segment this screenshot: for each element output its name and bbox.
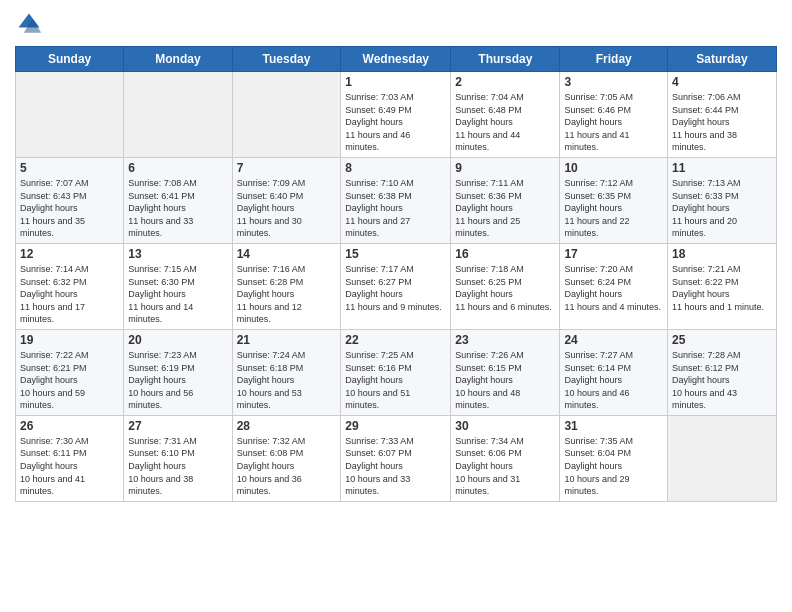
day-number: 13	[128, 247, 227, 261]
day-info: Sunrise: 7:31 AM Sunset: 6:10 PM Dayligh…	[128, 435, 227, 498]
calendar-cell: 29 Sunrise: 7:33 AM Sunset: 6:07 PM Dayl…	[341, 415, 451, 501]
day-number: 11	[672, 161, 772, 175]
calendar-cell: 1 Sunrise: 7:03 AM Sunset: 6:49 PM Dayli…	[341, 72, 451, 158]
day-number: 2	[455, 75, 555, 89]
calendar-cell: 31 Sunrise: 7:35 AM Sunset: 6:04 PM Dayl…	[560, 415, 668, 501]
day-info: Sunrise: 7:14 AM Sunset: 6:32 PM Dayligh…	[20, 263, 119, 326]
weekday-header: Thursday	[451, 47, 560, 72]
day-number: 14	[237, 247, 337, 261]
weekday-header: Saturday	[668, 47, 777, 72]
calendar-cell: 13 Sunrise: 7:15 AM Sunset: 6:30 PM Dayl…	[124, 243, 232, 329]
calendar-cell: 5 Sunrise: 7:07 AM Sunset: 6:43 PM Dayli…	[16, 157, 124, 243]
calendar-week-row: 1 Sunrise: 7:03 AM Sunset: 6:49 PM Dayli…	[16, 72, 777, 158]
day-number: 25	[672, 333, 772, 347]
day-info: Sunrise: 7:07 AM Sunset: 6:43 PM Dayligh…	[20, 177, 119, 240]
day-number: 12	[20, 247, 119, 261]
day-number: 6	[128, 161, 227, 175]
day-info: Sunrise: 7:08 AM Sunset: 6:41 PM Dayligh…	[128, 177, 227, 240]
day-info: Sunrise: 7:30 AM Sunset: 6:11 PM Dayligh…	[20, 435, 119, 498]
day-number: 5	[20, 161, 119, 175]
day-info: Sunrise: 7:15 AM Sunset: 6:30 PM Dayligh…	[128, 263, 227, 326]
calendar-cell: 8 Sunrise: 7:10 AM Sunset: 6:38 PM Dayli…	[341, 157, 451, 243]
day-number: 19	[20, 333, 119, 347]
weekday-header-row: SundayMondayTuesdayWednesdayThursdayFrid…	[16, 47, 777, 72]
day-info: Sunrise: 7:16 AM Sunset: 6:28 PM Dayligh…	[237, 263, 337, 326]
day-number: 10	[564, 161, 663, 175]
day-info: Sunrise: 7:27 AM Sunset: 6:14 PM Dayligh…	[564, 349, 663, 412]
calendar-cell: 22 Sunrise: 7:25 AM Sunset: 6:16 PM Dayl…	[341, 329, 451, 415]
day-number: 16	[455, 247, 555, 261]
day-info: Sunrise: 7:12 AM Sunset: 6:35 PM Dayligh…	[564, 177, 663, 240]
calendar-cell	[668, 415, 777, 501]
calendar-cell: 2 Sunrise: 7:04 AM Sunset: 6:48 PM Dayli…	[451, 72, 560, 158]
day-number: 17	[564, 247, 663, 261]
calendar-cell	[124, 72, 232, 158]
calendar-week-row: 5 Sunrise: 7:07 AM Sunset: 6:43 PM Dayli…	[16, 157, 777, 243]
day-number: 26	[20, 419, 119, 433]
day-info: Sunrise: 7:11 AM Sunset: 6:36 PM Dayligh…	[455, 177, 555, 240]
calendar-cell: 26 Sunrise: 7:30 AM Sunset: 6:11 PM Dayl…	[16, 415, 124, 501]
logo	[15, 10, 47, 38]
weekday-header: Sunday	[16, 47, 124, 72]
day-number: 31	[564, 419, 663, 433]
calendar-cell	[16, 72, 124, 158]
weekday-header: Wednesday	[341, 47, 451, 72]
day-number: 30	[455, 419, 555, 433]
calendar-cell: 21 Sunrise: 7:24 AM Sunset: 6:18 PM Dayl…	[232, 329, 341, 415]
calendar-cell: 4 Sunrise: 7:06 AM Sunset: 6:44 PM Dayli…	[668, 72, 777, 158]
calendar-cell: 23 Sunrise: 7:26 AM Sunset: 6:15 PM Dayl…	[451, 329, 560, 415]
day-info: Sunrise: 7:18 AM Sunset: 6:25 PM Dayligh…	[455, 263, 555, 313]
day-number: 1	[345, 75, 446, 89]
day-number: 15	[345, 247, 446, 261]
calendar-cell: 19 Sunrise: 7:22 AM Sunset: 6:21 PM Dayl…	[16, 329, 124, 415]
calendar-cell: 15 Sunrise: 7:17 AM Sunset: 6:27 PM Dayl…	[341, 243, 451, 329]
day-number: 27	[128, 419, 227, 433]
day-info: Sunrise: 7:10 AM Sunset: 6:38 PM Dayligh…	[345, 177, 446, 240]
calendar-table: SundayMondayTuesdayWednesdayThursdayFrid…	[15, 46, 777, 502]
day-info: Sunrise: 7:06 AM Sunset: 6:44 PM Dayligh…	[672, 91, 772, 154]
day-info: Sunrise: 7:26 AM Sunset: 6:15 PM Dayligh…	[455, 349, 555, 412]
day-number: 4	[672, 75, 772, 89]
day-number: 8	[345, 161, 446, 175]
page: SundayMondayTuesdayWednesdayThursdayFrid…	[0, 0, 792, 517]
day-info: Sunrise: 7:05 AM Sunset: 6:46 PM Dayligh…	[564, 91, 663, 154]
day-info: Sunrise: 7:20 AM Sunset: 6:24 PM Dayligh…	[564, 263, 663, 313]
header	[15, 10, 777, 38]
day-number: 9	[455, 161, 555, 175]
day-info: Sunrise: 7:33 AM Sunset: 6:07 PM Dayligh…	[345, 435, 446, 498]
day-number: 18	[672, 247, 772, 261]
calendar-week-row: 26 Sunrise: 7:30 AM Sunset: 6:11 PM Dayl…	[16, 415, 777, 501]
day-info: Sunrise: 7:32 AM Sunset: 6:08 PM Dayligh…	[237, 435, 337, 498]
day-number: 22	[345, 333, 446, 347]
day-number: 29	[345, 419, 446, 433]
calendar-cell: 6 Sunrise: 7:08 AM Sunset: 6:41 PM Dayli…	[124, 157, 232, 243]
day-info: Sunrise: 7:09 AM Sunset: 6:40 PM Dayligh…	[237, 177, 337, 240]
weekday-header: Friday	[560, 47, 668, 72]
day-number: 7	[237, 161, 337, 175]
day-number: 24	[564, 333, 663, 347]
calendar-cell: 10 Sunrise: 7:12 AM Sunset: 6:35 PM Dayl…	[560, 157, 668, 243]
day-info: Sunrise: 7:13 AM Sunset: 6:33 PM Dayligh…	[672, 177, 772, 240]
calendar-week-row: 19 Sunrise: 7:22 AM Sunset: 6:21 PM Dayl…	[16, 329, 777, 415]
day-number: 23	[455, 333, 555, 347]
day-number: 20	[128, 333, 227, 347]
calendar-cell: 20 Sunrise: 7:23 AM Sunset: 6:19 PM Dayl…	[124, 329, 232, 415]
calendar-cell: 3 Sunrise: 7:05 AM Sunset: 6:46 PM Dayli…	[560, 72, 668, 158]
day-number: 21	[237, 333, 337, 347]
day-info: Sunrise: 7:25 AM Sunset: 6:16 PM Dayligh…	[345, 349, 446, 412]
day-info: Sunrise: 7:21 AM Sunset: 6:22 PM Dayligh…	[672, 263, 772, 313]
calendar-cell: 25 Sunrise: 7:28 AM Sunset: 6:12 PM Dayl…	[668, 329, 777, 415]
calendar-cell: 18 Sunrise: 7:21 AM Sunset: 6:22 PM Dayl…	[668, 243, 777, 329]
day-info: Sunrise: 7:35 AM Sunset: 6:04 PM Dayligh…	[564, 435, 663, 498]
calendar-cell: 16 Sunrise: 7:18 AM Sunset: 6:25 PM Dayl…	[451, 243, 560, 329]
calendar-cell: 12 Sunrise: 7:14 AM Sunset: 6:32 PM Dayl…	[16, 243, 124, 329]
day-info: Sunrise: 7:34 AM Sunset: 6:06 PM Dayligh…	[455, 435, 555, 498]
calendar-week-row: 12 Sunrise: 7:14 AM Sunset: 6:32 PM Dayl…	[16, 243, 777, 329]
calendar-cell	[232, 72, 341, 158]
calendar-cell: 30 Sunrise: 7:34 AM Sunset: 6:06 PM Dayl…	[451, 415, 560, 501]
day-info: Sunrise: 7:17 AM Sunset: 6:27 PM Dayligh…	[345, 263, 446, 313]
logo-icon	[15, 10, 43, 38]
day-number: 28	[237, 419, 337, 433]
day-info: Sunrise: 7:03 AM Sunset: 6:49 PM Dayligh…	[345, 91, 446, 154]
day-info: Sunrise: 7:23 AM Sunset: 6:19 PM Dayligh…	[128, 349, 227, 412]
